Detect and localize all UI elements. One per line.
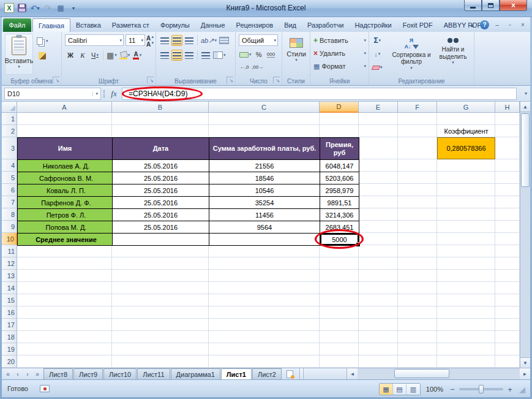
- select-all-button[interactable]: [2, 102, 17, 113]
- row-header-17[interactable]: 17: [2, 319, 17, 331]
- table-header-date[interactable]: Дата: [113, 138, 209, 160]
- grid-row[interactable]: [17, 331, 520, 343]
- row-header-7[interactable]: 7: [2, 196, 17, 208]
- zoom-thumb[interactable]: [479, 385, 484, 393]
- scroll-left-button[interactable]: ◄: [347, 368, 358, 379]
- minimize-ribbon-button[interactable]: ▴: [467, 20, 477, 29]
- horizontal-scroll-track[interactable]: [358, 368, 520, 379]
- merge-center-button[interactable]: ▾: [212, 50, 227, 61]
- autosum-button[interactable]: Σ▾: [372, 35, 383, 46]
- row-header-10[interactable]: 10: [2, 233, 17, 245]
- next-sheet-button[interactable]: ›: [23, 370, 32, 378]
- cell-c4[interactable]: 21556: [209, 160, 320, 172]
- tab-page-layout[interactable]: Разметка ст: [107, 18, 155, 32]
- number-format-select[interactable]: Общий▾: [239, 34, 278, 46]
- italic-button[interactable]: К: [77, 50, 88, 61]
- orientation-button[interactable]: ab↗▾: [200, 35, 217, 46]
- column-header-b[interactable]: B: [112, 102, 209, 113]
- vertical-scroll-thumb[interactable]: [521, 113, 530, 187]
- dialog-launcher-icon[interactable]: ↘: [53, 77, 59, 83]
- decrease-indent-button[interactable]: [200, 50, 211, 61]
- page-break-view-button[interactable]: ▥: [406, 384, 420, 395]
- row-header-11[interactable]: 11: [2, 245, 17, 257]
- insert-function-button[interactable]: fx: [107, 88, 121, 100]
- minimize-button[interactable]: [464, 0, 482, 11]
- accounting-format-button[interactable]: ▾: [239, 49, 252, 60]
- column-header-f[interactable]: F: [398, 102, 437, 113]
- macro-record-button[interactable]: [40, 385, 50, 392]
- sheet-tab-list11[interactable]: Лист11: [137, 368, 170, 379]
- zoom-out-button[interactable]: −: [449, 385, 456, 394]
- row-header-5[interactable]: 5: [2, 172, 17, 184]
- cell-a9[interactable]: Попова М. Д.: [18, 221, 113, 234]
- align-top-button[interactable]: [159, 35, 170, 46]
- grid-row[interactable]: [17, 306, 520, 319]
- table-header-name[interactable]: Имя: [18, 138, 113, 160]
- styles-button[interactable]: Стили ▾: [284, 34, 309, 75]
- cell-c10[interactable]: [209, 234, 320, 246]
- row-header-14[interactable]: 14: [2, 282, 17, 294]
- align-left-button[interactable]: [159, 50, 170, 61]
- first-sheet-button[interactable]: «: [4, 370, 12, 378]
- row-header-13[interactable]: 13: [2, 270, 17, 282]
- row-header-6[interactable]: 6: [2, 184, 17, 196]
- scroll-up-button[interactable]: ▲: [520, 102, 530, 112]
- column-header-c[interactable]: C: [209, 102, 320, 113]
- cell-b6[interactable]: 25.05.2016: [113, 184, 209, 197]
- row-header-12[interactable]: 12: [2, 257, 17, 270]
- cell-a10-summary-label[interactable]: Среднее значение: [18, 234, 113, 246]
- normal-view-button[interactable]: ▦: [380, 384, 393, 395]
- align-bottom-button[interactable]: [184, 35, 195, 46]
- column-header-d[interactable]: D: [320, 102, 359, 113]
- tab-insert[interactable]: Вставка: [70, 18, 107, 32]
- grid-row[interactable]: [17, 319, 520, 331]
- increase-decimal-button[interactable]: ←,0: [239, 61, 250, 72]
- cells-grid[interactable]: Коэффициент 0,280578366 Имя Дата Сумма з…: [17, 113, 520, 368]
- cell-c9[interactable]: 9564: [209, 221, 320, 234]
- grid-row[interactable]: [17, 257, 520, 270]
- grid-row[interactable]: [17, 282, 520, 294]
- expand-formula-bar-button[interactable]: ▾: [525, 91, 527, 96]
- align-right-button[interactable]: [184, 50, 195, 61]
- fill-button[interactable]: ↓▾: [372, 48, 383, 59]
- row-header-18[interactable]: 18: [2, 331, 17, 343]
- dialog-launcher-icon[interactable]: ↘: [273, 77, 280, 83]
- grid-row[interactable]: [17, 270, 520, 282]
- tab-foxit-pdf[interactable]: Foxit PDF: [397, 18, 438, 32]
- cell-b10[interactable]: [113, 234, 209, 246]
- cell-a6[interactable]: Коваль Л. П.: [18, 184, 113, 197]
- cell-a4[interactable]: Николаев А. Д.: [18, 160, 113, 172]
- cell-a7[interactable]: Парфенов Д. Ф.: [18, 197, 113, 209]
- sheet-tab-list2[interactable]: Лист2: [252, 368, 282, 379]
- prev-sheet-button[interactable]: ‹: [13, 370, 22, 378]
- dialog-launcher-icon[interactable]: ↘: [227, 77, 233, 83]
- find-select-button[interactable]: Найти и выделить ▾: [433, 36, 473, 75]
- delete-cells-button[interactable]: × Удалить ▾: [313, 48, 366, 59]
- row-header-2[interactable]: 2: [2, 125, 17, 137]
- cell-d8[interactable]: 3214,306: [320, 209, 359, 221]
- horizontal-scrollbar[interactable]: ◄ ►: [347, 368, 530, 379]
- table-header-bonus[interactable]: Премия, руб: [320, 138, 359, 160]
- column-header-e[interactable]: E: [359, 102, 398, 113]
- clear-button[interactable]: ▾: [372, 62, 383, 73]
- tab-formulas[interactable]: Формулы: [155, 18, 195, 32]
- align-middle-button[interactable]: [171, 35, 182, 46]
- cell-b5[interactable]: 25.05.2016: [113, 172, 209, 184]
- cell-d5[interactable]: 5203,606: [320, 172, 359, 184]
- row-header-9[interactable]: 9: [2, 221, 17, 233]
- cell-d4[interactable]: 6048,147: [320, 160, 359, 172]
- vertical-scrollbar[interactable]: ▲ ▼: [520, 102, 530, 368]
- tab-file[interactable]: Файл: [3, 18, 31, 32]
- insert-cells-button[interactable]: + Вставить ▾: [313, 35, 366, 46]
- copy-button[interactable]: ▾: [36, 36, 49, 47]
- tab-splitter-handle[interactable]: [299, 368, 304, 379]
- workbook-minimize-button[interactable]: –: [492, 20, 502, 29]
- close-button[interactable]: ×: [500, 0, 527, 11]
- name-box-resize-handle[interactable]: [103, 90, 105, 97]
- row-header-1[interactable]: 1: [2, 113, 17, 125]
- grid-row[interactable]: [17, 343, 520, 355]
- insert-sheet-button[interactable]: [282, 368, 297, 379]
- paste-button[interactable]: Вставить ▾: [5, 34, 33, 75]
- sort-filter-button[interactable]: ЯА↓ Сортировка и фильтр ▾: [391, 36, 432, 75]
- sheet-tab-diagram1[interactable]: Диаграмма1: [171, 368, 220, 379]
